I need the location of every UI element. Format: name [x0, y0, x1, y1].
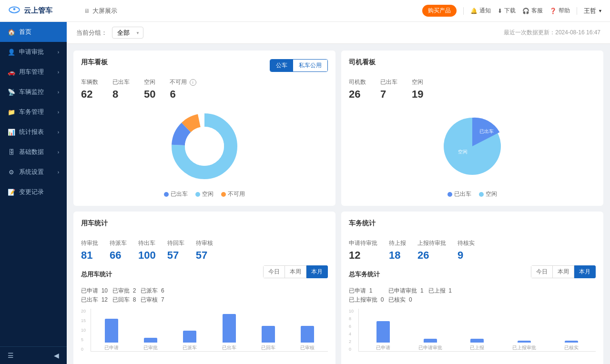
bar-affairs-applied: 已申请: [363, 321, 404, 351]
vehicle-board-title: 用车看板: [81, 58, 108, 67]
sidebar-bottom: ☰ ◀: [0, 346, 67, 364]
legend-out: 已出车: [164, 190, 188, 198]
bar-affairs-reported: 已上报: [457, 339, 498, 351]
logo-icon: [8, 6, 21, 16]
bar-dispatched-rect: [183, 331, 196, 343]
notify-button[interactable]: 🔔 通知: [470, 7, 491, 15]
driver-board-card: 司机看板 司机数 26 已出车 7 空闲 19: [341, 51, 603, 206]
bar-affairs-approved: 已申请审批: [410, 339, 451, 351]
stat-value-unavailable: 6: [170, 88, 196, 101]
sidebar: 🏠 首页 👤 申请审批 › 🚗 用车管理 › 📡 车辆监控 ›: [0, 22, 67, 364]
layout: 🏠 首页 👤 申请审批 › 🚗 用车管理 › 📡 车辆监控 ›: [0, 22, 610, 364]
sidebar-item-approval[interactable]: 👤 申请审批 ›: [0, 42, 67, 62]
bar-applied-rect: [105, 319, 118, 343]
chevron-icon3: ›: [58, 90, 59, 95]
usage-stats-numbers: 待审批 81 待派车 66 待出车 100 待回车 57: [81, 239, 328, 262]
logo: 云上管车: [8, 6, 74, 16]
label-affairs-verify: 待核实: [458, 239, 475, 247]
tab-public-car[interactable]: 公车: [270, 60, 293, 71]
tab-week-usage[interactable]: 本周: [285, 265, 306, 278]
download-button[interactable]: ⬇ 下载: [498, 7, 516, 15]
sidebar-item-settings[interactable]: ⚙ 系统设置 ›: [0, 162, 67, 182]
tab-month-affairs[interactable]: 本月: [574, 265, 596, 278]
tab-month-usage[interactable]: 本月: [306, 265, 328, 278]
affairs-sub-title: 总车务统计: [349, 270, 380, 279]
usage-stats-title: 用车统计: [81, 219, 108, 228]
sidebar-item-car-mgmt[interactable]: 🚗 用车管理 ›: [0, 62, 67, 82]
topnav-right: 购买产品 🔔 通知 ⬇ 下载 🎧 客服 ❓ 帮助 王哲 ▼: [422, 5, 602, 17]
topnav: 云上管车 🖥 大屏展示 购买产品 🔔 通知 ⬇ 下载 🎧 客服 ❓ 帮助 王哲 …: [0, 0, 610, 22]
affairs-total-applied: 已申请 1: [349, 287, 384, 295]
user-menu[interactable]: 王哲 ▼: [584, 7, 602, 15]
home-icon: 🏠: [8, 28, 15, 36]
stat-idle-cars: 空闲 50: [144, 78, 155, 101]
bar-returned: 已回车: [252, 326, 285, 351]
main-content: 当前分组： 全部 最近一次数据更新：2024-08-16 16:47 用车看板 …: [67, 22, 610, 364]
total-reviewed: 已审核 7: [141, 296, 164, 304]
tab-week-affairs[interactable]: 本周: [553, 265, 574, 278]
total-returned: 已回车 8: [112, 296, 136, 304]
chevron-icon2: ›: [58, 70, 59, 75]
affairs-stats-card: 车务统计 申请待审批 12 待上报 18 上报待审批 26: [341, 212, 603, 364]
svg-text:空闲: 空闲: [458, 149, 468, 154]
driver-legend-dot-idle: [479, 192, 484, 197]
sidebar-label-settings: 系统设置: [19, 168, 44, 176]
screen-label[interactable]: 大屏展示: [92, 7, 117, 15]
legend-dot-idle: [195, 192, 200, 197]
vehicle-chart-area: 已出车 空闲 不可用: [81, 108, 328, 198]
changelog-icon: 📝: [8, 188, 15, 196]
sidebar-item-monitor[interactable]: 📡 车辆监控 ›: [0, 82, 67, 102]
stat-out-cars: 已出车 8: [112, 78, 130, 101]
divider: [463, 7, 464, 15]
affairs-bars: 已申请 已申请审批 已上报: [358, 309, 596, 352]
label-pending-return: 待回车: [167, 239, 184, 247]
stat-unavailable-cars: 不可用 i 6: [170, 78, 196, 101]
value-affairs-report: 18: [389, 249, 406, 262]
affairs-stats-numbers: 申请待审批 12 待上报 18 上报待审批 26 待核实 9: [349, 239, 596, 262]
donut-chart: [166, 108, 243, 184]
bar-affairs-approved-rect: [424, 339, 437, 343]
stats-icon: 📊: [8, 128, 15, 136]
usage-bar-chart-wrapper: 20 15 10 5 0 已申请: [81, 309, 328, 361]
sidebar-label-stats: 统计报表: [19, 128, 44, 136]
pie-chart: 已出车 空闲: [434, 108, 510, 184]
info-icon[interactable]: i: [190, 79, 196, 86]
tab-private-car[interactable]: 私车公用: [293, 60, 327, 71]
usage-stats-card: 用车统计 待审批 81 待派车 66 待出车 100: [73, 212, 336, 364]
group-select[interactable]: 全部: [112, 27, 143, 39]
affairs-total-approved: 已申请审批 1: [388, 287, 423, 295]
label-pending-approval: 待审批: [81, 239, 98, 247]
tab-today-usage[interactable]: 今日: [263, 265, 285, 278]
sidebar-item-home[interactable]: 🏠 首页: [0, 22, 67, 42]
settings-icon: ⚙: [8, 168, 15, 176]
service-button[interactable]: 🎧 客服: [522, 7, 543, 15]
tab-today-affairs[interactable]: 今日: [531, 265, 553, 278]
stat-pending-depart: 待出车 100: [138, 239, 156, 262]
sidebar-item-stats[interactable]: 📊 统计报表 ›: [0, 122, 67, 142]
usage-stats-header: 用车统计: [81, 219, 328, 233]
bar-approved: 已审批: [134, 338, 167, 351]
sidebar-item-affairs[interactable]: 📁 车务管理 ›: [0, 102, 67, 122]
affairs-stats-title: 车务统计: [349, 219, 376, 228]
vehicle-stats-row: 车辆数 62 已出车 8 空闲 50 不可用 i 6: [81, 78, 328, 101]
value-affairs-review: 26: [417, 249, 446, 262]
value-pending-dispatch: 66: [110, 249, 127, 262]
help-button[interactable]: ❓ 帮助: [549, 7, 570, 15]
label-pending-depart: 待出车: [138, 239, 156, 247]
sidebar-collapse-icon[interactable]: ◀: [54, 352, 59, 359]
label-affairs-review: 上报待审批: [417, 239, 446, 247]
sidebar-filter-icon[interactable]: ☰: [8, 352, 14, 359]
chevron-icon5: ›: [58, 130, 59, 135]
last-update: 最近一次数据更新：2024-08-16 16:47: [504, 29, 600, 37]
driver-stats-row: 司机数 26 已出车 7 空闲 19: [349, 78, 596, 101]
sidebar-label-affairs: 车务管理: [19, 108, 44, 116]
stat-label-unavailable: 不可用 i: [170, 78, 196, 86]
sidebar-item-changelog[interactable]: 📝 变更记录: [0, 182, 67, 202]
bar-affairs-verified-rect: [565, 341, 578, 343]
divider2: [577, 7, 577, 15]
buy-button[interactable]: 购买产品: [422, 5, 457, 17]
sidebar-item-base[interactable]: 🗄 基础数据 ›: [0, 142, 67, 162]
total-dispatched: 已派车 6: [141, 287, 164, 295]
affairs-sub-header: 总车务统计 今日 本周 本月: [349, 265, 596, 283]
dashboard: 用车看板 公车 私车公用 车辆数 62 已出车 8: [67, 44, 610, 364]
